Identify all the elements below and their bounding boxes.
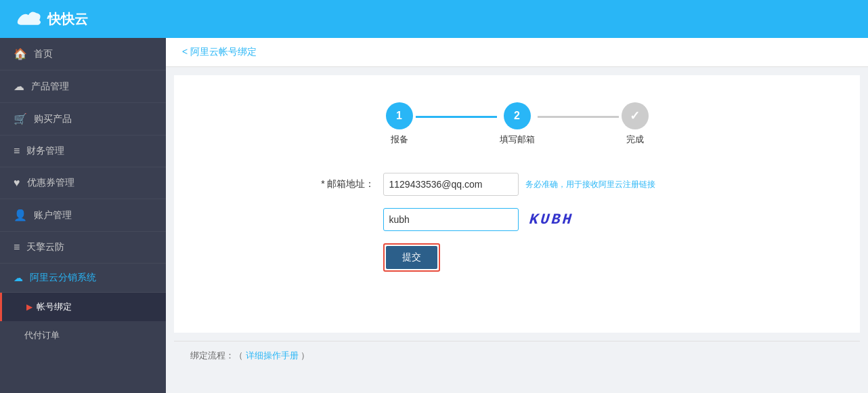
breadcrumb-bar: < 阿里云帐号绑定 xyxy=(166,38,868,67)
home-icon: 🏠 xyxy=(14,47,27,60)
sidebar-item-account-bind-label: 帐号绑定 xyxy=(37,301,72,313)
main-content: < 阿里云帐号绑定 1 报备 2 填写邮箱 xyxy=(166,38,868,393)
bottom-suffix: ） xyxy=(301,350,309,360)
sidebar-item-coupon-mgmt-label: 优惠券管理 xyxy=(27,177,74,189)
sidebar-item-tianji-label: 天擎云防 xyxy=(26,241,64,253)
logo-icon xyxy=(14,7,43,31)
manual-link[interactable]: 详细操作手册 xyxy=(246,350,299,360)
cart-icon: 🛒 xyxy=(14,112,27,125)
email-hint: 务必准确，用于接收阿里云注册链接 xyxy=(525,179,655,190)
sidebar-item-finance-mgmt[interactable]: ≡ 财务管理 xyxy=(0,136,166,167)
step-3-label: 完成 xyxy=(626,133,644,146)
sidebar-item-finance-mgmt-label: 财务管理 xyxy=(26,145,64,157)
step-line-2-3 xyxy=(538,116,619,118)
bottom-bar: 绑定流程：（ 详细操作手册 ） xyxy=(174,341,860,370)
captcha-input[interactable] xyxy=(383,208,519,231)
step-2-label: 填写邮箱 xyxy=(500,133,535,146)
step-1: 1 报备 xyxy=(386,102,413,146)
user-icon: 👤 xyxy=(14,209,27,222)
sidebar-item-tianji[interactable]: ≡ 天擎云防 xyxy=(0,232,166,264)
coupon-icon: ♥ xyxy=(14,177,20,189)
sidebar-item-product-mgmt[interactable]: ☁ 产品管理 xyxy=(0,70,166,103)
app-layout: 🏠 首页 ☁ 产品管理 🛒 购买产品 ≡ 财务管理 ♥ 优惠券管理 👤 账户管理… xyxy=(0,38,868,393)
step-3-circle xyxy=(622,102,649,129)
sidebar-item-home[interactable]: 🏠 首页 xyxy=(0,38,166,70)
breadcrumb-link[interactable]: < 阿里云帐号绑定 xyxy=(182,46,257,57)
step-3: 完成 xyxy=(622,102,649,146)
sidebar-item-account-mgmt-label: 账户管理 xyxy=(34,209,72,222)
sidebar-group-ali-label: 阿里云分销系统 xyxy=(30,272,96,284)
sidebar-item-agent-order-label: 代付订单 xyxy=(24,329,60,342)
cloud-icon: ☁ xyxy=(14,80,24,93)
arrow-right-icon: ▶ xyxy=(26,302,32,312)
captcha-row: KUBH xyxy=(314,208,720,231)
email-input[interactable] xyxy=(383,173,519,196)
logo-text: 快快云 xyxy=(47,10,88,28)
sidebar-item-product-mgmt-label: 产品管理 xyxy=(31,81,69,93)
email-label: * 邮箱地址： xyxy=(314,178,375,190)
header: 快快云 xyxy=(0,0,868,38)
submit-button[interactable]: 提交 xyxy=(386,246,437,269)
finance-icon: ≡ xyxy=(14,145,20,157)
step-2: 2 填写邮箱 xyxy=(500,102,535,146)
bottom-prefix: 绑定流程：（ xyxy=(190,350,243,360)
sidebar: 🏠 首页 ☁ 产品管理 🛒 购买产品 ≡ 财务管理 ♥ 优惠券管理 👤 账户管理… xyxy=(0,38,166,393)
form-area: * 邮箱地址： 务必准确，用于接收阿里云注册链接 KUBH 提交 xyxy=(188,173,846,272)
submit-row: 提交 xyxy=(314,243,720,272)
sidebar-item-agent-order[interactable]: 代付订单 xyxy=(0,321,166,350)
sidebar-item-account-bind[interactable]: ▶ 帐号绑定 xyxy=(0,293,166,321)
step-1-circle: 1 xyxy=(386,102,413,129)
email-row: * 邮箱地址： 务必准确，用于接收阿里云注册链接 xyxy=(314,173,720,196)
sidebar-item-buy-product[interactable]: 🛒 购买产品 xyxy=(0,103,166,136)
ali-cloud-icon: ☁ xyxy=(14,272,23,283)
steps-container: 1 报备 2 填写邮箱 完成 xyxy=(188,102,846,146)
step-line-1-2 xyxy=(416,116,497,118)
content-area: 1 报备 2 填写邮箱 完成 xyxy=(174,75,860,333)
sidebar-item-buy-product-label: 购买产品 xyxy=(34,113,72,125)
logo: 快快云 xyxy=(14,7,88,31)
sidebar-group-ali[interactable]: ☁ 阿里云分销系统 xyxy=(0,264,166,293)
sidebar-item-coupon-mgmt[interactable]: ♥ 优惠券管理 xyxy=(0,167,166,199)
sidebar-item-home-label: 首页 xyxy=(34,48,53,60)
sidebar-item-account-mgmt[interactable]: 👤 账户管理 xyxy=(0,199,166,232)
captcha-image: KUBH xyxy=(528,211,573,228)
shield-icon: ≡ xyxy=(14,241,20,253)
step-1-label: 报备 xyxy=(391,133,408,146)
submit-btn-wrapper: 提交 xyxy=(383,243,440,272)
step-2-circle: 2 xyxy=(504,102,531,129)
